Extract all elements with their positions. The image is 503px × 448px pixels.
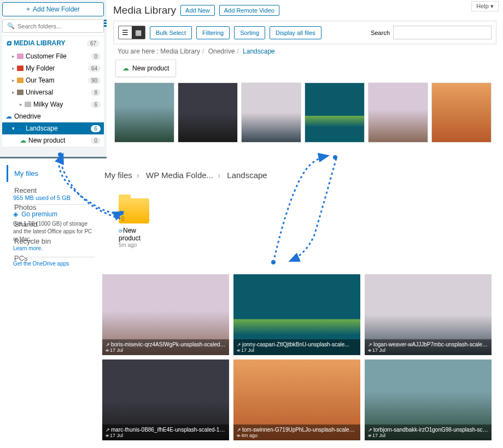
onedrive-file-grid: ↗boris-misevic-qrz4ASIWgPk-unsplash-scal…	[102, 274, 496, 440]
tree-label: Milky Way	[33, 101, 63, 108]
onedrive-nav-item[interactable]: My files	[7, 165, 95, 182]
tree-count: 90	[88, 77, 101, 84]
tree-count: 0	[91, 53, 101, 60]
ml-count: 67	[87, 40, 100, 47]
media-thumb[interactable]	[368, 82, 428, 143]
media-thumb[interactable]	[305, 82, 365, 143]
tree-label: Our Team	[26, 76, 54, 84]
storage-usage[interactable]: 955 MB used of 5 GB	[13, 194, 95, 205]
list-view-icon[interactable]: ☰	[119, 26, 132, 39]
sync-icon: ⟳	[119, 228, 123, 234]
people-icon: ᚑ	[106, 347, 109, 353]
view-toggle[interactable]: ☰ ▦	[118, 26, 145, 39]
folder-icon: 0	[119, 198, 149, 223]
search-icon: 🔍	[7, 22, 15, 30]
media-thumb[interactable]	[178, 82, 238, 143]
breadcrumb-item[interactable]: Onedrive	[208, 48, 235, 55]
premium-desc: Get 1 TB (1000 GB) of storage and the la…	[13, 220, 95, 243]
share-icon: ↗	[106, 427, 110, 433]
media-library-root[interactable]: ⧉MEDIA LIBRARY 67	[2, 36, 104, 50]
sidebar-item[interactable]: ▸Universal8	[2, 86, 104, 98]
folder-icon	[17, 66, 24, 71]
onedrive-file-card[interactable]: ↗logan-weaver-wAJJJbP7mbc-unsplash-scale…	[365, 274, 492, 355]
tree-label: Customer File	[26, 52, 67, 60]
breadcrumb-item[interactable]: WP Media Folde...	[146, 170, 213, 180]
onedrive-file-card[interactable]: ↗jonny-caspari-ZtIQjtbkBnU-unsplash-scal…	[233, 274, 360, 355]
tree-label: My Folder	[26, 64, 55, 72]
people-icon: ᚑ	[368, 433, 371, 438]
newprod-label: New product	[28, 137, 65, 144]
file-date: ᚑ17 Jul	[106, 347, 226, 353]
media-thumbnails	[113, 81, 496, 144]
onedrive-sidebar: My filesRecentPhotosSharedRecycle binPCs…	[7, 163, 95, 267]
media-thumb[interactable]	[114, 82, 174, 143]
add-new-button[interactable]: Add New	[180, 5, 215, 16]
go-premium-link[interactable]: ◈ Go premium	[13, 210, 95, 218]
get-apps-link[interactable]: Get the OneDrive apps	[13, 257, 95, 267]
breadcrumb-item[interactable]: Media Library	[160, 48, 200, 55]
file-name: ↗marc-thunis-0B86_ifhE4E-unsplash-scaled…	[106, 427, 226, 433]
folder-search[interactable]: 🔍	[2, 19, 104, 33]
caret-icon: ▾	[12, 126, 15, 131]
caret-icon: ▸	[12, 78, 15, 83]
onedrive-file-card[interactable]: ↗torbjorn-sandbakk-irzO1gonG98-unsplash-…	[365, 359, 492, 440]
wp-main: Help ▾ Media Library Add New Add Remote …	[107, 0, 503, 158]
folder-chip-new-product[interactable]: ☁ New product	[115, 60, 176, 77]
cloud-icon: ☁	[17, 125, 24, 132]
landscape-count: 6	[91, 125, 101, 132]
add-remote-video-button[interactable]: Add Remote Video	[219, 5, 279, 16]
diamond-icon: ◈	[13, 210, 18, 218]
sidebar-item-landscape[interactable]: ▾☁Landscape 6	[2, 122, 104, 134]
cloud-icon: ☁	[20, 137, 26, 144]
sidebar-item[interactable]: ▸Customer File0	[2, 50, 104, 62]
onedrive-file-card[interactable]: ↗boris-misevic-qrz4ASIWgPk-unsplash-scal…	[102, 274, 229, 355]
ml-label: MEDIA LIBRARY	[14, 39, 65, 47]
sidebar-item[interactable]: ▸Milky Way6	[2, 98, 104, 110]
onedrive-folder-new-product[interactable]: 0 ⟳New product 5m ago	[119, 198, 157, 248]
share-icon: ↗	[237, 342, 241, 347]
sorting-button[interactable]: Sorting	[234, 26, 265, 39]
media-search-input[interactable]	[393, 26, 492, 39]
sidebar-item[interactable]: ▸Our Team90	[2, 74, 104, 86]
onedrive-file-card[interactable]: ↗marc-thunis-0B86_ifhE4E-unsplash-scaled…	[102, 359, 229, 440]
cloud-icon: ☁	[122, 64, 129, 72]
file-date: ᚑ17 Jul	[106, 433, 226, 438]
tree-count: 6	[91, 101, 101, 108]
share-icon: ↗	[106, 342, 110, 347]
grid-view-icon[interactable]: ▦	[132, 26, 145, 39]
tree-label: Universal	[26, 89, 53, 96]
share-icon: ↗	[237, 427, 241, 433]
newprod-count: 0	[91, 137, 101, 144]
file-date: ᚑ17 Jul	[368, 433, 488, 438]
filtering-button[interactable]: Filtering	[196, 26, 230, 39]
people-icon: ᚑ	[368, 347, 371, 353]
bulk-select-button[interactable]: Bulk Select	[150, 26, 192, 39]
sidebar-item-onedrive[interactable]: ☁Onedrive	[2, 110, 104, 122]
search-label: Search	[371, 30, 390, 36]
file-date: ᚑ17 Jul	[237, 347, 357, 353]
people-icon: ᚑ	[237, 347, 240, 353]
help-button[interactable]: Help ▾	[471, 1, 499, 11]
breadcrumb: You are here : Media Library/ Onedrive/ …	[113, 48, 496, 60]
wp-sidebar: + Add New Folder 🔍 ⧉MEDIA LIBRARY 67 ▸Cu…	[2, 2, 104, 146]
folder-search-input[interactable]	[17, 23, 99, 30]
media-thumb[interactable]	[431, 82, 492, 143]
onedrive-file-card[interactable]: ↗tom-swinnen-G719UpPhLJo-unsplash-scaled…	[233, 359, 360, 440]
file-name: ↗jonny-caspari-ZtIQjtbkBnU-unsplash-scal…	[237, 341, 357, 347]
sidebar-item-new-product[interactable]: ☁New product 0	[2, 134, 104, 146]
caret-icon: ▸	[20, 102, 22, 107]
display-all-button[interactable]: Display all files	[270, 26, 321, 39]
caret-icon: ▸	[12, 66, 15, 71]
sidebar-item[interactable]: ▸My Folder64	[2, 62, 104, 74]
add-folder-button[interactable]: + Add New Folder	[2, 2, 104, 16]
media-thumb[interactable]	[241, 82, 301, 143]
infinity-icon: ⧉	[5, 41, 13, 46]
people-icon: ᚑ	[237, 433, 240, 438]
people-icon: ᚑ	[106, 433, 109, 438]
cloud-icon: ☁	[5, 113, 12, 120]
file-date: ᚑ17 Jul	[368, 347, 488, 353]
breadcrumb-item[interactable]: My files	[104, 170, 132, 180]
tree-count: 8	[91, 89, 101, 96]
caret-icon: ▸	[12, 90, 15, 95]
learn-more-link[interactable]: Learn more.	[13, 245, 95, 251]
